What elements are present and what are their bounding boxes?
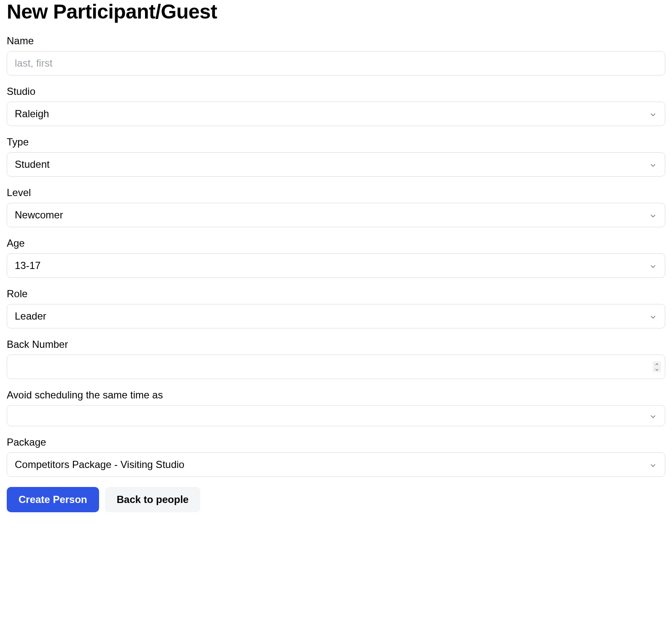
type-label: Type: [7, 136, 665, 148]
chevron-down-icon: [649, 460, 657, 469]
age-label: Age: [7, 237, 665, 249]
number-stepper: [653, 361, 661, 372]
package-select[interactable]: Competitors Package - Visiting Studio: [7, 452, 665, 477]
chevron-down-icon: [649, 110, 657, 118]
chevron-down-icon: [649, 211, 657, 219]
field-age: Age 13-17: [7, 237, 665, 278]
field-package: Package Competitors Package - Visiting S…: [7, 436, 665, 477]
role-label: Role: [7, 288, 665, 300]
avoid-select[interactable]: [7, 405, 665, 426]
back-to-people-button[interactable]: Back to people: [105, 487, 201, 512]
role-select[interactable]: Leader: [7, 304, 665, 328]
level-value: Newcomer: [15, 209, 63, 221]
back-number-label: Back Number: [7, 339, 665, 350]
package-label: Package: [7, 436, 665, 448]
field-type: Type Student: [7, 136, 665, 177]
studio-label: Studio: [7, 86, 665, 97]
field-role: Role Leader: [7, 288, 665, 328]
type-value: Student: [15, 159, 50, 170]
type-select[interactable]: Student: [7, 152, 665, 177]
name-label: Name: [7, 35, 665, 47]
stepper-up-button[interactable]: [653, 361, 661, 367]
stepper-down-button[interactable]: [653, 367, 661, 372]
back-number-input[interactable]: [7, 355, 665, 379]
field-back-number: Back Number: [7, 339, 665, 379]
back-number-wrap: [7, 355, 665, 379]
field-level: Level Newcomer: [7, 187, 665, 227]
button-row: Create Person Back to people: [7, 487, 665, 512]
chevron-down-icon: [649, 312, 657, 320]
avoid-label: Avoid scheduling the same time as: [7, 389, 665, 401]
level-label: Level: [7, 187, 665, 199]
page-title: New Participant/Guest: [7, 0, 665, 23]
field-avoid: Avoid scheduling the same time as: [7, 389, 665, 426]
package-value: Competitors Package - Visiting Studio: [15, 459, 184, 471]
age-select[interactable]: 13-17: [7, 253, 665, 278]
studio-value: Raleigh: [15, 108, 49, 120]
field-studio: Studio Raleigh: [7, 86, 665, 126]
chevron-down-icon: [649, 261, 657, 270]
field-name: Name: [7, 35, 665, 75]
studio-select[interactable]: Raleigh: [7, 102, 665, 126]
chevron-down-icon: [649, 160, 657, 169]
role-value: Leader: [15, 310, 46, 322]
age-value: 13-17: [15, 260, 40, 272]
chevron-down-icon: [649, 411, 657, 420]
create-person-button[interactable]: Create Person: [7, 487, 99, 512]
level-select[interactable]: Newcomer: [7, 203, 665, 227]
name-input[interactable]: [7, 51, 665, 75]
